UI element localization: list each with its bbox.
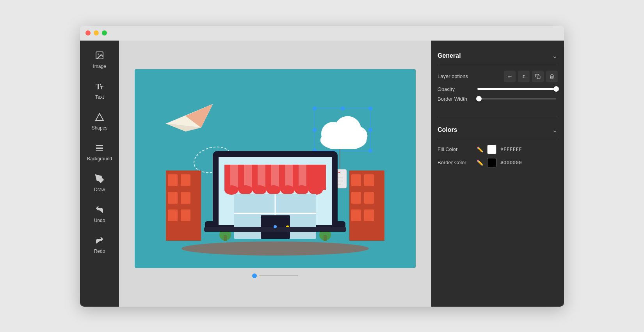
border-width-slider-track[interactable]	[477, 98, 556, 99]
canvas-frame[interactable]	[135, 69, 416, 268]
colors-section: Colors ⌄ Fill Color ✏️ #FFFFFF Border Co…	[438, 123, 558, 171]
svg-point-55	[281, 185, 295, 195]
sidebar-label-background: Background	[87, 156, 112, 162]
redo-icon	[95, 236, 104, 246]
svg-text:T: T	[100, 85, 103, 91]
border-width-row: Border Width	[438, 96, 558, 102]
svg-rect-74	[537, 76, 540, 79]
svg-point-68	[274, 225, 277, 228]
border-color-edit-icon[interactable]: ✏️	[477, 160, 483, 166]
shapes-icon	[95, 112, 104, 123]
svg-rect-34	[351, 192, 361, 204]
titlebar	[80, 26, 564, 41]
sidebar-label-draw: Draw	[94, 187, 105, 192]
svg-point-51	[224, 185, 238, 195]
layer-options-icons	[504, 71, 558, 82]
svg-rect-37	[364, 209, 374, 221]
sidebar-item-background[interactable]: Background	[80, 137, 119, 168]
layer-text-button[interactable]	[504, 71, 516, 82]
opacity-row: Opacity	[438, 86, 558, 92]
sidebar-item-undo[interactable]: Undo	[80, 199, 119, 229]
svg-rect-33	[364, 174, 374, 186]
fill-color-hex: #FFFFFF	[500, 146, 522, 152]
border-width-slider-thumb[interactable]	[476, 96, 482, 101]
svg-rect-28	[181, 192, 190, 204]
store-illustration	[162, 120, 388, 260]
canvas-area	[119, 41, 431, 307]
border-color-hex: #000000	[500, 160, 522, 165]
maximize-button[interactable]	[102, 30, 107, 36]
sidebar-label-image: Image	[93, 64, 106, 69]
general-chevron-icon[interactable]: ⌄	[552, 51, 558, 60]
border-color-row: Border Color ✏️ #000000	[438, 158, 558, 167]
general-section: General ⌄ Layer options	[438, 48, 558, 106]
opacity-label: Opacity	[438, 86, 473, 92]
slide-progress-line	[259, 275, 298, 276]
svg-rect-32	[351, 174, 361, 186]
sidebar-item-redo[interactable]: Redo	[80, 229, 119, 260]
svg-point-38	[181, 241, 369, 256]
background-icon	[95, 143, 104, 154]
general-section-header: General ⌄	[438, 48, 558, 65]
panel-divider	[438, 117, 558, 117]
colors-chevron-icon[interactable]: ⌄	[552, 126, 558, 134]
sidebar-item-shapes[interactable]: Shapes	[80, 106, 119, 137]
fill-color-edit-icon[interactable]: ✏️	[477, 146, 483, 153]
svg-rect-29	[168, 209, 178, 221]
svg-point-56	[295, 185, 309, 195]
svg-point-9	[98, 178, 100, 179]
svg-rect-66	[324, 235, 327, 241]
svg-rect-35	[364, 192, 374, 204]
app-window: Image TT Text Shapes Background	[80, 26, 564, 307]
svg-rect-36	[351, 209, 361, 221]
svg-rect-64	[224, 235, 227, 241]
svg-rect-26	[181, 174, 190, 186]
app-body: Image TT Text Shapes Background	[80, 41, 564, 307]
svg-rect-25	[168, 174, 178, 186]
border-width-label: Border Width	[438, 96, 473, 102]
fill-color-row: Fill Color ✏️ #FFFFFF	[438, 145, 558, 154]
svg-marker-4	[96, 114, 103, 121]
sidebar-item-image[interactable]: Image	[80, 44, 119, 75]
svg-point-54	[267, 185, 281, 195]
opacity-slider-fill	[477, 88, 556, 90]
border-color-swatch[interactable]	[487, 158, 496, 167]
opacity-slider-thumb[interactable]	[553, 86, 559, 92]
sidebar-label-shapes: Shapes	[92, 125, 108, 131]
layer-options-row: Layer options	[438, 71, 558, 82]
opacity-slider-track[interactable]	[477, 88, 556, 90]
general-title: General	[438, 52, 461, 59]
sidebar-item-text[interactable]: TT Text	[80, 75, 119, 106]
layer-options-label: Layer options	[438, 73, 473, 79]
minimize-button[interactable]	[94, 30, 99, 36]
layer-align-button[interactable]	[518, 71, 530, 82]
svg-rect-30	[181, 209, 190, 221]
svg-point-53	[253, 185, 267, 195]
layer-duplicate-button[interactable]	[532, 71, 544, 82]
sidebar-item-draw[interactable]: Draw	[80, 168, 119, 199]
slide-indicator	[252, 273, 298, 278]
sidebar: Image TT Text Shapes Background	[80, 41, 119, 307]
svg-point-52	[238, 185, 253, 195]
fill-color-swatch[interactable]	[487, 145, 496, 154]
svg-point-1	[98, 53, 99, 55]
undo-icon	[95, 205, 104, 215]
image-icon	[95, 51, 104, 61]
draw-icon	[95, 174, 104, 185]
colors-title: Colors	[438, 126, 457, 133]
fill-color-label: Fill Color	[438, 146, 473, 152]
sidebar-label-text: Text	[95, 94, 104, 100]
border-color-label: Border Color	[438, 160, 473, 165]
text-icon: TT	[95, 82, 104, 92]
colors-section-header: Colors ⌄	[438, 123, 558, 139]
svg-point-57	[309, 185, 323, 195]
sidebar-label-redo: Redo	[94, 249, 105, 254]
layer-delete-button[interactable]	[546, 71, 558, 82]
slide-dot-active[interactable]	[252, 273, 257, 278]
svg-rect-27	[168, 192, 178, 204]
close-button[interactable]	[85, 30, 91, 36]
right-panel: General ⌄ Layer options	[431, 41, 564, 307]
sidebar-label-undo: Undo	[94, 218, 105, 223]
